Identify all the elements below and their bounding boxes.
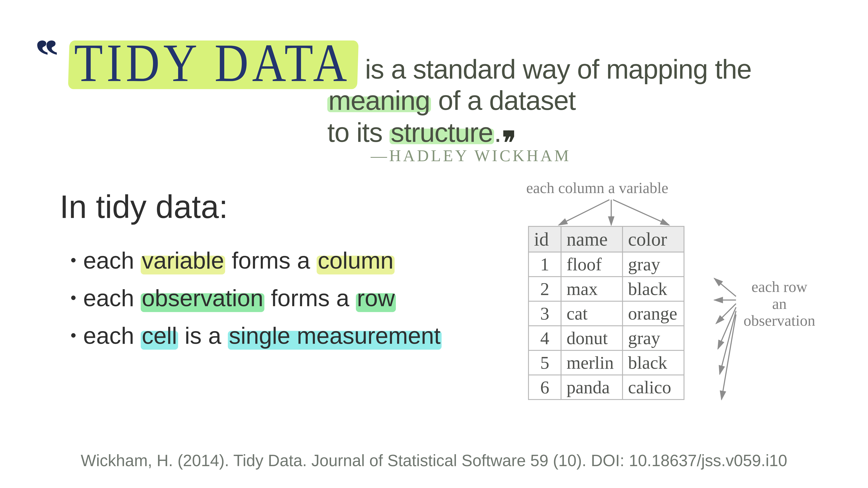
bullet-observation-row: each observation forms a row [63, 279, 512, 317]
cell-id: 1 [529, 252, 561, 277]
bullet-em-row: row [356, 279, 396, 317]
slide: ‛‛ TIDY DATA is a standard way of mappin… [0, 0, 868, 488]
cell-color: gray [623, 252, 684, 277]
bullet-em-measurement: single measurement [228, 317, 442, 354]
headline-line1-rest: is a standard way of mapping the [358, 54, 751, 85]
annotation-rows-line: an [772, 295, 786, 312]
bullet-em-cell: cell [141, 317, 178, 354]
svg-line-7 [720, 311, 736, 374]
cell-name: merlin [561, 351, 623, 375]
svg-line-3 [714, 278, 736, 296]
cell-color: black [623, 277, 684, 301]
cell-color: gray [623, 326, 684, 351]
bullet-text: is a [178, 322, 228, 349]
open-quote-icon: ‛‛ [33, 29, 52, 83]
cell-name: donut [561, 326, 623, 351]
table-row: 6pandacalico [529, 375, 684, 400]
table-row: 3catorange [529, 301, 684, 326]
bullet-text: each [83, 285, 141, 311]
example-table-wrap: id name color 1floofgray 2maxblack 3cato… [528, 226, 684, 400]
cell-id: 6 [529, 375, 561, 400]
svg-line-0 [559, 200, 610, 225]
svg-line-5 [716, 304, 736, 324]
col-header-name: name [561, 226, 623, 252]
headline-title: TIDY DATA [69, 38, 358, 87]
annotation-rows: each row an observation [734, 278, 825, 329]
quote-attribution: —HADLEY WICKHAM [371, 147, 571, 165]
col-header-color: color [623, 226, 684, 252]
cell-color: black [623, 351, 684, 375]
bullet-text: each [83, 322, 141, 349]
annotation-columns: each column a variable [526, 179, 669, 197]
headline-line3-pre: to its [327, 117, 390, 148]
headline-line3-post: . [494, 117, 501, 148]
table-row: 4donutgray [529, 326, 684, 351]
section-in-tidy-data: In tidy data: each variable forms a colu… [60, 188, 512, 354]
bullet-text: forms a [265, 285, 356, 311]
headline-quote: TIDY DATA is a standard way of mapping t… [69, 41, 783, 156]
cell-id: 5 [529, 351, 561, 375]
citation: Wickham, H. (2014). Tidy Data. Journal o… [0, 451, 868, 470]
col-header-id: id [529, 226, 561, 252]
headline-line2-rest: of a dataset [431, 85, 576, 116]
headline-meaning: meaning [327, 85, 431, 116]
cell-id: 3 [529, 301, 561, 326]
table-header-row: id name color [529, 226, 684, 252]
table-row: 2maxblack [529, 277, 684, 301]
bullet-cell-measurement: each cell is a single measurement [63, 317, 512, 354]
svg-line-8 [721, 315, 736, 399]
cell-color: calico [623, 375, 684, 400]
headline-structure: structure [390, 117, 494, 148]
cell-name: max [561, 277, 623, 301]
example-table: id name color 1floofgray 2maxblack 3cato… [528, 226, 684, 400]
bullet-em-observation: observation [141, 279, 265, 317]
bullet-list: each variable forms a column each observ… [60, 242, 512, 354]
annotation-rows-line: each row [751, 278, 807, 295]
cell-name: cat [561, 301, 623, 326]
svg-line-2 [613, 200, 669, 225]
svg-line-6 [718, 307, 736, 349]
annotation-rows-line: observation [744, 312, 815, 329]
table-body: 1floofgray 2maxblack 3catorange 4donutgr… [529, 252, 684, 400]
bullet-variable-column: each variable forms a column [63, 242, 512, 279]
bullet-text: each [83, 247, 141, 274]
cell-color: orange [623, 301, 684, 326]
cell-name: panda [561, 375, 623, 400]
bullet-em-variable: variable [141, 242, 225, 279]
section-title: In tidy data: [60, 188, 228, 225]
table-row: 1floofgray [529, 252, 684, 277]
bullet-em-column: column [317, 242, 395, 279]
cell-id: 4 [529, 326, 561, 351]
cell-name: floof [561, 252, 623, 277]
cell-id: 2 [529, 277, 561, 301]
table-row: 5merlinblack [529, 351, 684, 375]
bullet-text: forms a [225, 247, 317, 274]
